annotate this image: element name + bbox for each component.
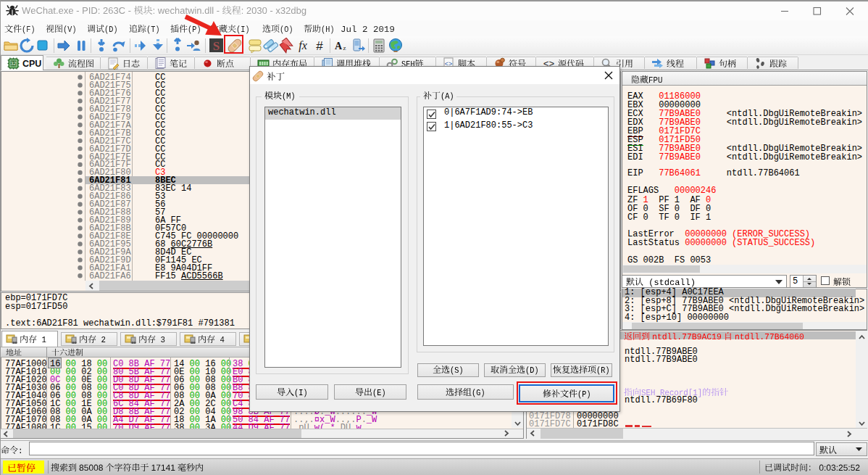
- svg-text:fx: fx: [299, 39, 307, 52]
- svg-text:z: z: [343, 44, 346, 51]
- svg-text:#: #: [316, 39, 323, 53]
- svg-text:A: A: [335, 41, 343, 51]
